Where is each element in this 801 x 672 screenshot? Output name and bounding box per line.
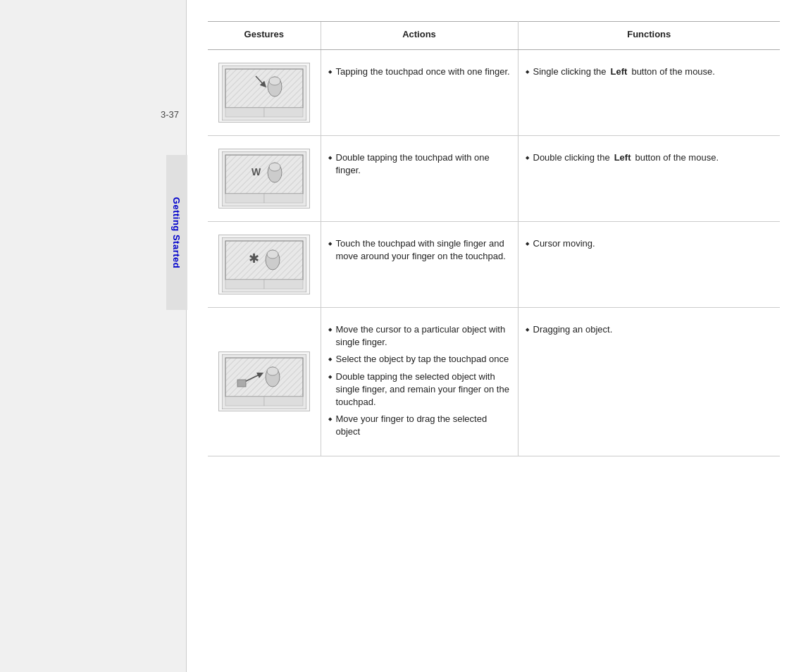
svg-rect-7 [225, 108, 264, 117]
page-wrapper: 3-37 Getting Started Gestures Actions Fu… [0, 0, 801, 672]
svg-rect-17 [264, 194, 303, 203]
gesture-table: Gestures Actions Functions [208, 21, 780, 456]
function-item: Double clicking the Left button of the m… [526, 151, 774, 164]
svg-rect-16 [225, 194, 264, 203]
svg-rect-36 [264, 397, 303, 406]
main-content: Gestures Actions Functions [187, 0, 801, 672]
svg-rect-11 [225, 155, 303, 194]
action-item: Double tapping the selected object with … [328, 371, 511, 409]
svg-rect-2 [225, 69, 303, 108]
touchpad-illustration [218, 351, 310, 411]
gesture-cell [208, 50, 321, 136]
touchpad-illustration: W [218, 149, 310, 209]
functions-cell: Cursor moving. [518, 222, 780, 308]
header-functions: Functions [518, 22, 780, 50]
action-item: Move the cursor to a particular object w… [328, 323, 511, 349]
action-item: Select the object by tap the touchpad on… [328, 353, 511, 366]
function-item: Dragging an object. [526, 323, 774, 336]
table-row: Move the cursor to a particular object w… [208, 308, 780, 456]
table-row: W Double tapping the touchpad with one f… [208, 136, 780, 222]
actions-cell: Move the cursor to a particular object w… [321, 308, 518, 456]
left-sidebar: 3-37 Getting Started [0, 0, 187, 672]
actions-cell: Double tapping the touchpad with one fin… [321, 136, 518, 222]
svg-rect-25 [225, 280, 264, 289]
actions-cell: Touch the touchpad with single finger an… [321, 222, 518, 308]
gesture-cell: W [208, 136, 321, 222]
functions-cell: Double clicking the Left button of the m… [518, 136, 780, 222]
actions-cell: Tapping the touchpad once with one finge… [321, 50, 518, 136]
action-item: Double tapping the touchpad with one fin… [328, 151, 511, 177]
svg-text:W: W [252, 166, 261, 178]
gesture-cell: ✱ [208, 222, 321, 308]
svg-rect-34 [237, 380, 246, 387]
svg-point-14 [269, 163, 280, 171]
sidebar-label-container: Getting Started [166, 155, 187, 310]
sidebar-label: Getting Started [172, 197, 182, 268]
function-item: Single clicking the Left button of the m… [526, 66, 774, 78]
header-actions: Actions [321, 22, 518, 50]
svg-rect-8 [264, 108, 303, 117]
function-item: Cursor moving. [526, 237, 774, 250]
svg-rect-29 [225, 358, 303, 397]
svg-rect-35 [225, 397, 264, 406]
table-row: ✱ Touch the touchpad with single finger … [208, 222, 780, 308]
functions-cell: Dragging an object. [518, 308, 780, 456]
page-number: 3-37 [161, 109, 186, 120]
svg-text:✱: ✱ [249, 251, 259, 266]
table-row: Tapping the touchpad once with one finge… [208, 50, 780, 136]
svg-point-23 [267, 250, 278, 259]
touchpad-illustration: ✱ [218, 235, 310, 294]
touchpad-illustration [218, 63, 310, 123]
functions-cell: Single clicking the Left button of the m… [518, 50, 780, 136]
svg-point-32 [267, 367, 278, 375]
svg-rect-20 [225, 241, 303, 280]
header-gestures: Gestures [208, 22, 321, 50]
svg-rect-26 [264, 280, 303, 289]
gesture-cell [208, 308, 321, 456]
action-item: Move your finger to drag the selected ob… [328, 413, 511, 438]
action-item: Touch the touchpad with single finger an… [328, 237, 511, 263]
svg-point-5 [269, 77, 280, 85]
action-item: Tapping the touchpad once with one finge… [328, 66, 511, 78]
